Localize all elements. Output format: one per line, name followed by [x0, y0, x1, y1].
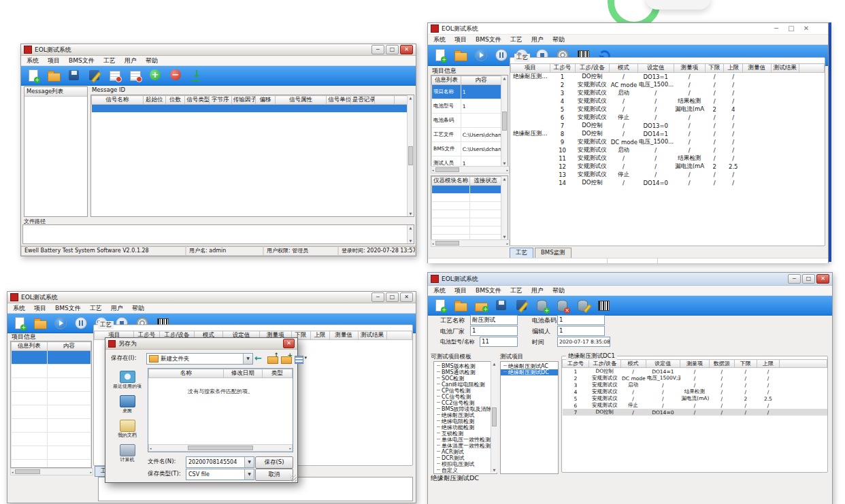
- column-header[interactable]: 位数: [165, 96, 184, 105]
- table-row[interactable]: 9安规测试仪DC mode电压_1500...///: [511, 138, 825, 146]
- column-header[interactable]: 数据源: [709, 360, 734, 368]
- save-as-icon[interactable]: [515, 299, 529, 312]
- up-folder-icon[interactable]: [267, 353, 278, 364]
- column-header[interactable]: 上限: [310, 331, 329, 340]
- maximize-button[interactable]: □: [386, 45, 399, 54]
- open-folder-icon[interactable]: [454, 48, 467, 62]
- table-row[interactable]: 6安规测试仪停止/////: [563, 402, 827, 409]
- editor-input[interactable]: 1: [557, 326, 605, 336]
- titlebar[interactable]: EOL测试系统 ─ □ ✕: [21, 44, 416, 56]
- menu-item[interactable]: 项目: [454, 35, 467, 44]
- column-header[interactable]: 测量项: [680, 360, 710, 368]
- table-row[interactable]: 11安规测试仪//结果检测//: [511, 154, 825, 163]
- menu-item[interactable]: 用户: [531, 286, 544, 295]
- place-item[interactable]: 桌面: [109, 395, 146, 414]
- module-table-hscroll[interactable]: ◂▸: [431, 239, 510, 247]
- column-header[interactable]: 测试结果: [771, 64, 799, 73]
- menu-item[interactable]: BMS文件: [476, 35, 501, 44]
- table-row[interactable]: 5安规测试仪//漏电流(mA)24: [511, 105, 825, 114]
- menu-item[interactable]: BMS文件: [476, 286, 501, 295]
- column-header[interactable]: 仪器模块名称: [432, 177, 470, 186]
- close-button[interactable]: ✕: [816, 274, 829, 284]
- template-item[interactable]: 绝缘功能检测: [434, 424, 497, 431]
- template-item[interactable]: BMS故障读取及清除: [434, 406, 497, 412]
- save-icon[interactable]: [67, 69, 81, 82]
- menu-item[interactable]: BMS文件: [55, 304, 81, 313]
- template-item[interactable]: 模拟电压测试: [434, 461, 497, 467]
- signal-table-vscroll[interactable]: ▲▼: [407, 95, 414, 216]
- table-row[interactable]: 6安规测试仪停止////: [511, 114, 825, 122]
- table-row[interactable]: 2安规测试仪DC mode电压_1500V;漏...////: [563, 375, 827, 382]
- column-header[interactable]: 工步号: [550, 64, 575, 73]
- table-row[interactable]: 3安规测试仪启动/////: [563, 382, 827, 388]
- db-remove-icon[interactable]: [556, 299, 569, 312]
- template-item[interactable]: 互锁检测: [434, 431, 497, 437]
- template-item[interactable]: CC2信号检测: [434, 400, 497, 406]
- table-row[interactable]: 10安规测试仪启动////: [511, 146, 825, 154]
- column-header[interactable]: 上限: [757, 360, 779, 368]
- column-header[interactable]: [779, 360, 827, 368]
- menu-item[interactable]: 帮助: [552, 35, 565, 44]
- column-header[interactable]: 字节序: [209, 96, 231, 105]
- close-button[interactable]: ✕: [400, 45, 413, 54]
- column-header[interactable]: 工步号: [563, 360, 589, 368]
- menu-item[interactable]: 工艺: [510, 35, 523, 44]
- minimize-button[interactable]: ─: [371, 45, 384, 54]
- column-header[interactable]: 信号属性: [275, 96, 327, 105]
- maximize-button[interactable]: □: [802, 274, 815, 284]
- proc-name-input[interactable]: 耐压测试: [470, 315, 518, 325]
- titlebar[interactable]: EOL测试系统 ─ □ ✕: [428, 23, 828, 35]
- template-item[interactable]: DCR测试: [434, 455, 497, 461]
- template-item[interactable]: BMS通讯检测: [434, 369, 497, 375]
- column-header[interactable]: 设定值: [637, 64, 674, 73]
- resize-grip[interactable]: [290, 475, 297, 482]
- table-row[interactable]: 12安规测试仪//漏电流(mA)22.5: [511, 163, 825, 171]
- column-header[interactable]: 模式: [610, 64, 637, 73]
- titlebar[interactable]: EOL测试系统 ─ □ ✕: [7, 292, 416, 303]
- chevron-down-icon[interactable]: ▼: [244, 469, 254, 480]
- new-doc-icon[interactable]: [433, 299, 447, 312]
- menu-item[interactable]: 用户: [111, 304, 123, 313]
- menu-item[interactable]: 工艺: [90, 304, 102, 313]
- column-header[interactable]: 测量值: [329, 331, 358, 340]
- column-header[interactable]: 类型: [262, 369, 292, 378]
- maximize-button[interactable]: □: [784, 24, 798, 33]
- battery-vendor-input[interactable]: 1: [470, 326, 518, 336]
- play-icon[interactable]: [54, 316, 67, 330]
- open-folder-icon[interactable]: [33, 316, 47, 330]
- test-item[interactable]: 绝缘耐压测试DC: [501, 369, 558, 375]
- column-header[interactable]: 传输因子: [231, 96, 255, 105]
- table-row[interactable]: 3安规测试仪启动////: [511, 89, 825, 97]
- menu-item[interactable]: 项目: [48, 56, 60, 65]
- dialog-close-button[interactable]: ✕: [283, 339, 295, 348]
- info-table-vscroll[interactable]: ▲▼: [501, 75, 508, 166]
- maximize-button[interactable]: □: [386, 292, 399, 302]
- column-header[interactable]: [375, 96, 394, 105]
- back-icon[interactable]: [254, 353, 265, 364]
- barcode-input[interactable]: 1: [557, 315, 605, 325]
- open-folder-icon[interactable]: [47, 69, 61, 82]
- column-header[interactable]: 连接状态: [470, 177, 501, 186]
- column-header[interactable]: 工步/设备: [575, 64, 610, 73]
- column-header[interactable]: 下限: [734, 360, 757, 368]
- tab[interactable]: BMS监测: [535, 248, 571, 258]
- new-doc-icon[interactable]: [27, 69, 40, 82]
- file-list-hscroll[interactable]: ◂▸: [148, 444, 293, 452]
- table-row[interactable]: 工艺文件C:\Users\dchangjiang\Desktop\: [432, 128, 501, 142]
- template-item[interactable]: CC信号检测: [434, 394, 497, 400]
- table-row[interactable]: 项目名称1: [432, 85, 501, 99]
- status-segment[interactable]: 用户名: admin: [186, 246, 263, 256]
- add-icon[interactable]: [149, 69, 163, 82]
- template-item[interactable]: Can终端电阻检测: [434, 382, 497, 388]
- column-header[interactable]: 起始位: [143, 96, 165, 105]
- column-header[interactable]: 内容: [461, 76, 501, 85]
- column-header[interactable]: 信号类型: [185, 96, 209, 105]
- file-list[interactable]: 名称修改日期类型 没有与搜索条件匹配的项。 ◂▸: [148, 368, 293, 452]
- column-header[interactable]: 偏移: [256, 96, 275, 105]
- column-header[interactable]: 下限: [705, 64, 724, 73]
- module-table-vscroll[interactable]: ▲▼: [501, 176, 508, 239]
- save-as-icon[interactable]: [88, 69, 101, 82]
- menu-item[interactable]: 项目: [34, 304, 46, 313]
- table-row[interactable]: 1DO控制/DO14=1////: [563, 368, 827, 375]
- template-item[interactable]: ACR测试: [434, 449, 497, 455]
